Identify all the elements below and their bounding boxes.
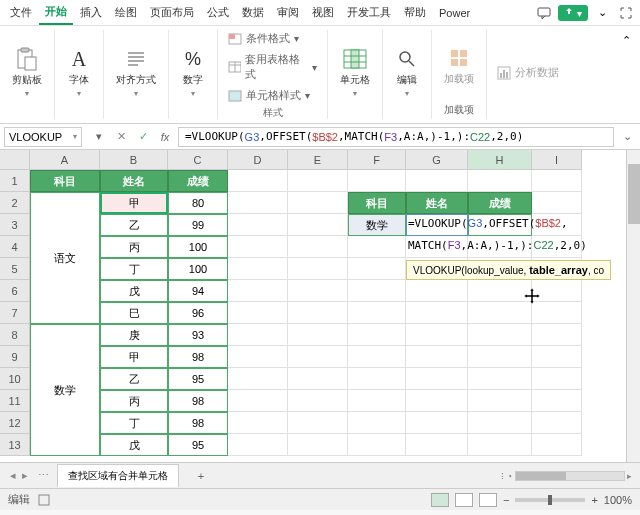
col-header-C[interactable]: C (168, 150, 228, 170)
row-header-8[interactable]: 8 (0, 324, 30, 346)
cell-E1[interactable] (288, 170, 348, 192)
row-header-4[interactable]: 4 (0, 236, 30, 258)
cell-E2[interactable] (288, 192, 348, 214)
col-header-G[interactable]: G (406, 150, 468, 170)
tab-prev-icon[interactable]: ◂ (8, 469, 18, 482)
expand-icon[interactable] (616, 3, 636, 23)
paste-button[interactable]: 剪贴板 ▾ (8, 45, 46, 100)
name-cell[interactable]: 丙 (100, 390, 168, 412)
cell-F7[interactable] (348, 302, 406, 324)
cell-H6[interactable] (468, 280, 532, 302)
cell-I7[interactable] (532, 302, 582, 324)
accessibility-icon[interactable] (38, 494, 50, 506)
name-cell[interactable]: 戊 (100, 434, 168, 456)
menu-view[interactable]: 视图 (306, 1, 340, 24)
menu-data[interactable]: 数据 (236, 1, 270, 24)
cell-H11[interactable] (468, 390, 532, 412)
col-header-B[interactable]: B (100, 150, 168, 170)
cell-F8[interactable] (348, 324, 406, 346)
horizontal-scrollbar[interactable]: ⫶ ◂ ▸ (217, 471, 632, 481)
view-pagelayout-icon[interactable] (455, 493, 473, 507)
row-header-13[interactable]: 13 (0, 434, 30, 456)
number-button[interactable]: % 数字 ▾ (177, 45, 209, 100)
cell-G8[interactable] (406, 324, 468, 346)
col-header-D[interactable]: D (228, 150, 288, 170)
tab-more-icon[interactable]: ⋯ (36, 469, 51, 482)
lookup-subject[interactable]: 数学 (348, 214, 406, 236)
menu-help[interactable]: 帮助 (398, 1, 432, 24)
name-cell[interactable]: 戊 (100, 280, 168, 302)
score-cell[interactable]: 80 (168, 192, 228, 214)
spreadsheet-grid[interactable]: ABCDEFGHI 12345678910111213 科目姓名成绩语文数学甲8… (0, 150, 640, 462)
fx-icon[interactable]: fx (156, 128, 174, 146)
name-cell[interactable]: 巳 (100, 302, 168, 324)
cell-E10[interactable] (288, 368, 348, 390)
cancel-formula-icon[interactable]: ✕ (112, 128, 130, 146)
row-header-3[interactable]: 3 (0, 214, 30, 236)
cell-D4[interactable] (228, 236, 288, 258)
cell-E9[interactable] (288, 346, 348, 368)
cell-G12[interactable] (406, 412, 468, 434)
addin-button[interactable]: 加载项 (440, 44, 478, 88)
sheet-tab[interactable]: 查找区域有合并单元格 (57, 464, 179, 487)
cell-I1[interactable] (532, 170, 582, 192)
cell-D3[interactable] (228, 214, 288, 236)
score-cell[interactable]: 100 (168, 258, 228, 280)
cell-F12[interactable] (348, 412, 406, 434)
add-sheet-icon[interactable]: + (191, 466, 211, 486)
cell-F1[interactable] (348, 170, 406, 192)
view-pagebreak-icon[interactable] (479, 493, 497, 507)
score-cell[interactable]: 100 (168, 236, 228, 258)
accept-formula-icon[interactable]: ✓ (134, 128, 152, 146)
vertical-scrollbar[interactable] (626, 150, 640, 462)
zoom-out-icon[interactable]: − (503, 494, 509, 506)
score-cell[interactable]: 99 (168, 214, 228, 236)
cell-style-button[interactable]: 单元格样式 ▾ (226, 87, 319, 104)
cell-F6[interactable] (348, 280, 406, 302)
cell-F4[interactable] (348, 236, 406, 258)
zoom-slider[interactable] (515, 498, 585, 502)
table-header[interactable]: 成绩 (168, 170, 228, 192)
dropdown-icon[interactable]: ▾ (90, 128, 108, 146)
chevron-down-icon[interactable]: ▾ (73, 132, 77, 141)
cell-I12[interactable] (532, 412, 582, 434)
name-cell[interactable]: 丁 (100, 412, 168, 434)
scrollbar-thumb[interactable] (628, 164, 640, 224)
score-cell[interactable]: 98 (168, 390, 228, 412)
cell-G6[interactable] (406, 280, 468, 302)
cell-E6[interactable] (288, 280, 348, 302)
cell-I10[interactable] (532, 368, 582, 390)
cell-D10[interactable] (228, 368, 288, 390)
cell-E11[interactable] (288, 390, 348, 412)
col-header-I[interactable]: I (532, 150, 582, 170)
row-header-1[interactable]: 1 (0, 170, 30, 192)
lookup-header[interactable]: 姓名 (406, 192, 468, 214)
cell-D12[interactable] (228, 412, 288, 434)
cell-D13[interactable] (228, 434, 288, 456)
cell-F10[interactable] (348, 368, 406, 390)
cell-D2[interactable] (228, 192, 288, 214)
cell-H8[interactable] (468, 324, 532, 346)
table-format-button[interactable]: 套用表格格式 ▾ (226, 51, 319, 83)
cell-E4[interactable] (288, 236, 348, 258)
cell-H10[interactable] (468, 368, 532, 390)
cell-E13[interactable] (288, 434, 348, 456)
score-cell[interactable]: 95 (168, 368, 228, 390)
cell-G11[interactable] (406, 390, 468, 412)
cell-F5[interactable] (348, 258, 406, 280)
cell-I2[interactable] (532, 192, 582, 214)
menu-home[interactable]: 开始 (39, 0, 73, 25)
table-header[interactable]: 科目 (30, 170, 100, 192)
cell-E12[interactable] (288, 412, 348, 434)
subject-cell[interactable]: 语文 (30, 192, 100, 324)
cell-E5[interactable] (288, 258, 348, 280)
score-cell[interactable]: 96 (168, 302, 228, 324)
cell-H7[interactable] (468, 302, 532, 324)
cell-I11[interactable] (532, 390, 582, 412)
cell-D5[interactable] (228, 258, 288, 280)
name-cell[interactable]: 乙 (100, 214, 168, 236)
align-button[interactable]: 对齐方式 ▾ (112, 45, 160, 100)
cell-H12[interactable] (468, 412, 532, 434)
cell-D1[interactable] (228, 170, 288, 192)
cell-F9[interactable] (348, 346, 406, 368)
